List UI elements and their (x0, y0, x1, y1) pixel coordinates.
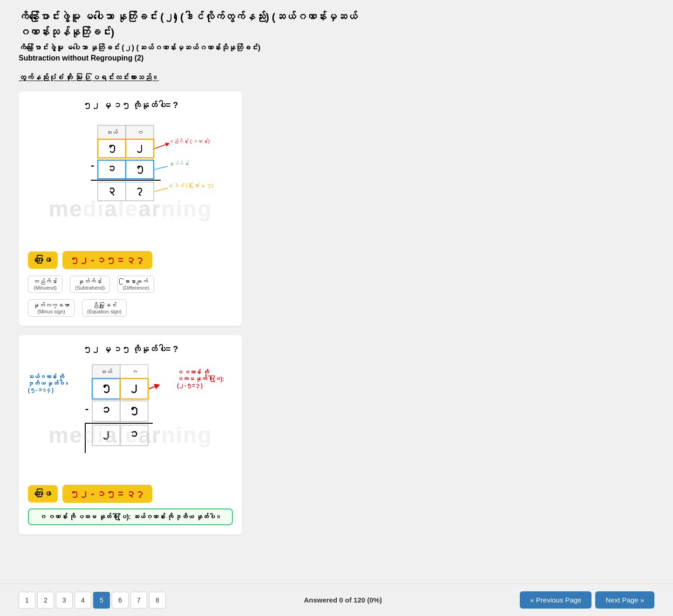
svg-line-20 (155, 166, 168, 169)
svg-text:ဂ: ဂ (136, 129, 143, 136)
svg-text:၅: ၅ (101, 381, 112, 394)
left-annotation: ဆယ်ဂဏန်း ကို ဒုတိယ နုတ်ပါ။ (၅-၁=၄) (28, 360, 75, 393)
prev-page-button[interactable]: « Previous Page (520, 591, 591, 609)
next-page-button[interactable]: Next Page » (595, 591, 654, 609)
svg-text:၅: ၅ (107, 142, 117, 154)
left-ann-line2: ဒုတိယ နုတ်ပါ။ (28, 380, 75, 387)
term-equation-sign: ညီမျှခြင်း (Equation sign) (82, 299, 127, 317)
diagram-svg-1: ဆယ် ဂ ၅ ၂ - ၁ ၅ ၃ ၇ (42, 116, 219, 246)
terms-row-1b: နုတ်လက္ခဏာ (Minus sign) ညီမျှခြင်း (Equa… (28, 299, 233, 317)
term2-english: (Subtrahend) (75, 285, 105, 291)
answer-equation-2: ၅၂ - ၁၅ = ၃၇ (62, 485, 152, 503)
svg-line-22 (155, 188, 168, 191)
svg-text:ဆယ်: ဆယ် (100, 368, 112, 375)
svg-text:-: - (85, 403, 88, 414)
images-container: medialearning ၅၂ မှ ၁၅ ကိုနုတ်ပါ= ? ဆယ် … (19, 91, 654, 535)
title-line1: ကိန်းပြောင်းဖွဲ့မူ မပါသော နုတ်ခြင်း (၂) … (19, 11, 357, 23)
answer-label-2: အဖြေ (28, 485, 58, 502)
answer-label-1: အဖြေ (28, 251, 58, 269)
svg-text:၁: ၁ (101, 404, 112, 416)
page-btn-4[interactable]: 4 (75, 592, 91, 609)
diagram-svg-2: ဆယ် ဂ ၅ ၂ - ၁ ၅ (78, 360, 173, 481)
main-content: ကိန်းပြောင်းဖွဲ့မူ မပါသော နုတ်ခြင်း (၂) … (0, 0, 673, 583)
term5-myanmar: ညီမျှခြင်း (87, 302, 122, 309)
term-difference: ခြားနားချက် (Difference) (117, 276, 154, 293)
svg-line-18 (155, 144, 168, 149)
term5-english: (Equation sign) (87, 309, 122, 314)
lesson-image-box-2: medialearning ၅၂ မှ ၁၅ ကိုနုတ်ပါ= ? ဆယ်ဂ… (19, 335, 242, 535)
page-btn-3[interactable]: 3 (56, 592, 73, 609)
page-btn-6[interactable]: 6 (112, 592, 129, 609)
page-btn-5[interactable]: 5 (93, 592, 110, 609)
right-ann-line2: ပထမ နုတ်ပါ(ပြ): (177, 376, 233, 382)
svg-text:-: - (91, 159, 94, 171)
svg-text:၁: ၁ (107, 163, 117, 175)
svg-text:တည်ကိန်း (ဂဏန်း): တည်ကိန်း (ဂဏန်း) (169, 138, 210, 144)
term-minuend: တည်ကိန်း (Minuend) (28, 276, 62, 293)
right-ann-line3: (၂-၅=၇) (177, 382, 233, 389)
svg-text:၃: ၃ (107, 185, 117, 196)
left-ann-line3: (၅-၁=၄) (28, 387, 75, 393)
term4-myanmar: နုတ်လက္ခဏာ (33, 302, 69, 309)
img1-title: ၅၂ မှ ၁၅ ကိုနုတ်ပါ= ? (28, 101, 233, 110)
page-btn-7[interactable]: 7 (130, 592, 147, 609)
page-title-myanmar: ကိန်းပြောင်းဖွဲ့မူ မပါသော နုတ်ခြင်း (၂) … (19, 9, 654, 40)
term1-english: (Minuend) (33, 285, 57, 291)
subtitle-myanmar: ကိန်းပြောင်းဖွဲ့မူ မပါသော နုတ်ခြင်း (၂) … (19, 44, 654, 52)
answer-block-1: အဖြေ ၅၂ - ၁၅ = ၃၇ (28, 251, 233, 269)
title-line2: ဂဏန်းသုန်နုတ်ခြင်း) (19, 27, 114, 38)
left-ann-line1: ဆယ်ဂဏန်း ကို (28, 374, 75, 380)
term4-english: (Minus sign) (33, 309, 69, 314)
img2-title: ၅၂ မှ ၁၅ ကိုနုတ်ပါ= ? (28, 345, 233, 354)
svg-text:ဂ: ဂ (131, 368, 137, 375)
progress-text: Answered 0 of 120 (0%) (304, 596, 382, 604)
term3-myanmar: ခြားနားချက် (122, 278, 149, 285)
svg-text:နုတ်ကိန်း: နုတ်ကိန်း (169, 161, 189, 166)
footer: 12345678 Answered 0 of 120 (0%) « Previo… (0, 583, 673, 616)
svg-text:၁: ၁ (129, 428, 140, 440)
subtitle-english: Subtraction without Regrouping (2) (19, 54, 654, 62)
svg-text:၃ပေါင်း (လဲ ဖြော်ားမှ ၅): ၃ပေါင်း (လဲ ဖြော်ားမှ ၅) (169, 183, 214, 188)
terms-row-1: တည်ကိန်း (Minuend) နုတ်ကိန်း (Subtrahend… (28, 276, 233, 293)
page-btn-1[interactable]: 1 (19, 592, 35, 609)
svg-text:၂: ၂ (135, 142, 145, 154)
term1-myanmar: တည်ကိန်း (33, 278, 57, 285)
term2-myanmar: နုတ်ကိန်း (75, 278, 105, 285)
term-minus-sign: နုတ်လက္ခဏာ (Minus sign) (28, 299, 75, 317)
page-title-block: ကိန်းပြောင်းဖွဲ့မူ မပါသော နုတ်ခြင်း (၂) … (19, 9, 654, 62)
svg-text:၂: ၂ (129, 381, 140, 394)
term-subtrahend: နုတ်ကိန်း (Subtrahend) (70, 276, 110, 293)
page-btn-8[interactable]: 8 (149, 592, 166, 609)
nav-buttons[interactable]: « Previous Page Next Page » (520, 591, 654, 609)
svg-text:၅: ၅ (135, 163, 145, 175)
right-ann-line1: ဂ ဂဏန်း ကို (177, 369, 233, 376)
instruction-text: တွက်နည်းပုံစံ ကို မေးပြ ပြရင်းလင်းထားသည်… (19, 74, 654, 82)
answer-equation-1: ၅၂ - ၁၅ = ၃၇ (62, 251, 152, 269)
svg-line-43 (149, 386, 157, 389)
term3-english: (Difference) (122, 285, 149, 291)
highlight-box: ဂ ဂဏန်း ကို ပထမ နုတ်ပါ(ပြ): ဆယ်ဂဏန်း ကို… (28, 508, 233, 525)
svg-text:၂: ၂ (101, 428, 112, 440)
answer-block-2: အဖြေ ၅၂ - ၁၅ = ၃၇ (28, 485, 233, 503)
pagination[interactable]: 12345678 (19, 592, 166, 609)
page-btn-2[interactable]: 2 (37, 592, 54, 609)
svg-text:ဆယ်: ဆယ် (106, 129, 118, 136)
svg-text:၅: ၅ (129, 404, 140, 416)
lesson-image-box-1: medialearning ၅၂ မှ ၁၅ ကိုနုတ်ပါ= ? ဆယ် … (19, 91, 242, 326)
right-annotation: ဂ ဂဏန်း ကို ပထမ နုတ်ပါ(ပြ): (၂-၅=၇) (177, 360, 233, 389)
svg-text:၇: ၇ (135, 185, 145, 196)
